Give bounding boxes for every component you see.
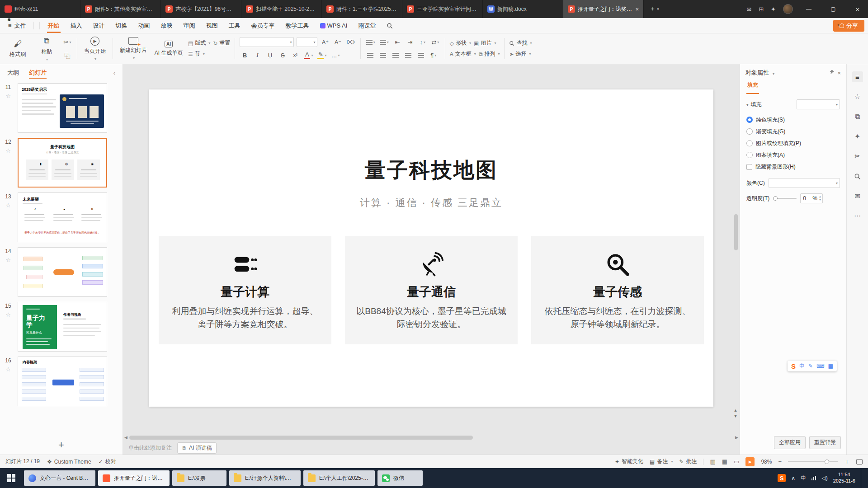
- more-ic[interactable]: ⋯: [852, 211, 863, 221]
- scrollbar-thumb[interactable]: [129, 436, 473, 440]
- sogou-logo[interactable]: S: [791, 362, 796, 370]
- text-direction-button[interactable]: ⇄: [430, 37, 440, 47]
- search-icon[interactable]: [852, 171, 863, 182]
- arrange-button[interactable]: ⧉排列: [479, 50, 500, 58]
- collapse-panel-icon[interactable]: ‹: [113, 70, 115, 76]
- keyboard-icon[interactable]: ⌨: [816, 363, 824, 369]
- star-icon[interactable]: [5, 257, 11, 263]
- align-left-button[interactable]: [365, 50, 375, 60]
- scroll-left-icon[interactable]: ◀: [124, 435, 127, 440]
- fill-tab[interactable]: 填充: [746, 81, 759, 94]
- font-size-combo[interactable]: [297, 37, 317, 47]
- search-command-icon[interactable]: [381, 18, 398, 33]
- paste-button[interactable]: ⧉粘贴: [33, 36, 60, 61]
- cut-button[interactable]: ✂: [62, 37, 72, 47]
- menu-tab-home[interactable]: 开始: [42, 18, 65, 33]
- hidden-icons-chevron[interactable]: ∧: [791, 475, 795, 481]
- distribute-button[interactable]: [416, 50, 426, 60]
- layout-button[interactable]: ▤版式: [188, 39, 210, 47]
- card-quantum-computing[interactable]: 量子计算 利用叠加与纠缠实现并行运算，超导、离子阱等方案竞相突破。: [159, 236, 331, 344]
- outline-tab[interactable]: 大纲: [7, 64, 19, 81]
- taskbar-item-wechat[interactable]: 微信: [377, 470, 423, 486]
- document-tab[interactable]: P扫描全能王 2025-10-20…: [241, 0, 322, 18]
- comments-button[interactable]: ✎批注: [679, 458, 697, 465]
- solid-fill-option[interactable]: 纯色填充(S): [746, 114, 840, 126]
- justify-button[interactable]: [403, 50, 413, 60]
- volume-icon[interactable]: ◁): [821, 475, 827, 481]
- align-right-button[interactable]: [391, 50, 401, 60]
- menu-tab-view[interactable]: 视图: [201, 18, 223, 33]
- comment-icon[interactable]: ✉: [852, 191, 863, 202]
- object-properties-icon[interactable]: ≡: [852, 71, 863, 82]
- minimize-button[interactable]: [800, 0, 817, 18]
- document-tab[interactable]: P附件5：其他类实验室安全事…: [80, 0, 161, 18]
- numbered-list-button[interactable]: [379, 37, 390, 47]
- close-tab-icon[interactable]: [635, 6, 639, 13]
- slide-thumbnail-14[interactable]: 14: [0, 247, 123, 297]
- slide-thumbnail-12-selected[interactable]: 12 量子科技地图 计算 · 通信 · 传感 三足鼎立 ▮◍◉: [0, 138, 123, 188]
- pin-icon[interactable]: [829, 69, 835, 76]
- crop-icon[interactable]: ✂: [852, 151, 863, 162]
- chevron-down-icon[interactable]: [746, 101, 749, 108]
- close-panel-icon[interactable]: ×: [837, 70, 841, 76]
- font-family-combo[interactable]: [240, 37, 294, 47]
- textbox-button[interactable]: A文本框: [450, 50, 476, 58]
- star-icon[interactable]: [5, 147, 11, 154]
- ai-speech-script-button[interactable]: 🗎AI 演讲稿: [177, 442, 217, 454]
- bold-button[interactable]: B: [240, 50, 250, 60]
- taskbar-item-wps[interactable]: 推开量子之门：诺…: [98, 470, 170, 486]
- font-color-button[interactable]: A: [303, 50, 314, 60]
- new-tab-button[interactable]: [644, 0, 665, 18]
- menu-tab-wps-ai[interactable]: WPS AI: [315, 18, 353, 33]
- taskbar-item-folder[interactable]: E:\个人工作\2025-…: [303, 470, 375, 486]
- theme-indicator[interactable]: ❖Custom Theme: [47, 459, 91, 465]
- normal-view-icon[interactable]: ▥: [710, 458, 715, 465]
- card-quantum-sensing[interactable]: 量子传感 依托压缩态与纠缠态，在引力波探测、原子钟等领域刷新纪录。: [531, 236, 704, 344]
- radio-selected-icon[interactable]: [746, 117, 753, 123]
- underline-button[interactable]: U: [265, 50, 275, 60]
- section-button[interactable]: ☰节: [188, 50, 205, 58]
- menu-tab-animation[interactable]: 动画: [133, 18, 156, 33]
- color-combo[interactable]: [769, 178, 840, 188]
- copy-button[interactable]: ⿻: [62, 50, 72, 60]
- checkbox-icon[interactable]: [746, 164, 752, 170]
- text-effects-button[interactable]: …: [330, 50, 340, 60]
- notification-center-edge[interactable]: [861, 468, 864, 488]
- panel-title-dropdown[interactable]: [772, 70, 774, 76]
- notes-placeholder[interactable]: 单击此处添加备注: [128, 444, 172, 452]
- slide-thumbnail-11[interactable]: 11 2025诺奖启示: [0, 83, 123, 133]
- document-tab[interactable]: 稻壳-双11: [0, 0, 80, 18]
- taskbar-item-browser[interactable]: 文心一言 - Cent B…: [24, 470, 95, 486]
- superscript-button[interactable]: x²: [290, 50, 300, 60]
- new-slide-button[interactable]: 新建幻灯片: [118, 37, 149, 60]
- menu-tab-teaching[interactable]: 教学工具: [280, 18, 315, 33]
- reset-button[interactable]: ↻重置: [213, 39, 230, 47]
- gradient-fill-option[interactable]: 渐变填充(G): [746, 126, 840, 137]
- apply-all-button[interactable]: 全部应用: [774, 436, 806, 449]
- next-slide-button[interactable]: ▼: [734, 414, 738, 418]
- document-tab[interactable]: W新闻稿.docx: [483, 0, 563, 18]
- fill-preset-combo[interactable]: [797, 99, 840, 109]
- toolbox-icon[interactable]: ▦: [828, 363, 833, 369]
- document-tab[interactable]: P吉校字【2021】96号吉利学…: [161, 0, 241, 18]
- menu-tab-transition[interactable]: 切换: [110, 18, 133, 33]
- previous-slide-button[interactable]: ▲: [734, 408, 738, 413]
- ime-mode-chinese[interactable]: 中: [799, 362, 805, 370]
- zoom-out-icon[interactable]: −: [778, 458, 782, 465]
- picture-texture-fill-option[interactable]: 图片或纹理填充(P): [746, 137, 840, 149]
- menu-tab-insert[interactable]: 插入: [65, 18, 88, 33]
- menu-tab-slideshow[interactable]: 放映: [156, 18, 178, 33]
- star-icon[interactable]: [5, 93, 11, 99]
- slide-thumbnail-16[interactable]: 16 内容框架: [0, 357, 123, 406]
- sogou-ime-toolbar[interactable]: S 中 ✎ ⌨ ▦: [788, 361, 837, 371]
- ai-generate-page-button[interactable]: AIAI 生成单页: [152, 41, 185, 57]
- radio-icon[interactable]: [746, 152, 753, 158]
- taskbar-item-folder[interactable]: E:\汪源个人资料\…: [229, 470, 301, 486]
- clean-format-icon[interactable]: ✎: [833, 24, 844, 28]
- slideshow-play-button[interactable]: [745, 457, 755, 466]
- start-button[interactable]: [0, 468, 23, 488]
- network-icon[interactable]: [811, 476, 816, 480]
- handwriting-icon[interactable]: ✎: [808, 363, 813, 369]
- scrollbar-thumb[interactable]: [734, 214, 738, 250]
- theme-icon[interactable]: ✦: [771, 6, 776, 13]
